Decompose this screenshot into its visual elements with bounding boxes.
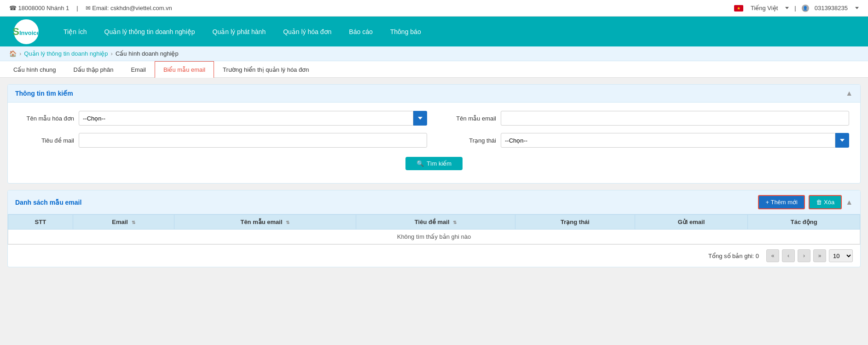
col-trang-thai: Trạng thái <box>515 215 635 230</box>
search-form-body: Tên mẫu hóa đơn --Chọn-- Tên mẫu email <box>8 103 860 183</box>
search-button[interactable]: 🔍 Tìm kiếm <box>405 157 463 170</box>
col-ten-mau-email: Tên mẫu email ⇅ <box>174 215 356 230</box>
trang-thai-label: Trạng thái <box>441 137 496 144</box>
breadcrumb-link-ttdn[interactable]: Quản lý thông tin doanh nghiệp <box>24 50 108 57</box>
nav-bar: SInvoice Tiện ích Quản lý thông tin doan… <box>0 17 868 46</box>
table-card-header: Danh sách mẫu email + Thêm mới 🗑 Xóa ▲ <box>8 190 860 214</box>
tab-truong-hien-thi[interactable]: Trường hiển thị quản lý hóa đơn <box>214 61 318 78</box>
table-header-actions: + Thêm mới 🗑 Xóa ▲ <box>758 195 853 209</box>
ten-mau-hoa-don-dropdown-btn[interactable] <box>413 111 427 126</box>
pagination-total: Tổng số bản ghi: 0 <box>708 253 759 259</box>
col-gui-email: Gửi email <box>635 215 748 230</box>
user-chevron-icon[interactable] <box>855 7 859 9</box>
email-template-table: STT Email ⇅ Tên mẫu email ⇅ Tiêu đề mail… <box>8 214 860 244</box>
ten-mau-email-input[interactable] <box>501 111 849 126</box>
nav-item-tien-ich[interactable]: Tiện ích <box>62 24 89 39</box>
search-icon: 🔍 <box>417 160 424 167</box>
search-btn-label: Tìm kiếm <box>427 160 451 167</box>
empty-message: Không tìm thấy bản ghi nào <box>8 230 860 244</box>
trang-thai-dropdown-btn[interactable] <box>835 133 849 148</box>
logo-s-letter: S <box>12 26 19 37</box>
xoa-button[interactable]: 🗑 Xóa <box>809 195 842 209</box>
tieu-de-mail-label: Tiêu đề mail <box>19 137 74 144</box>
table-card: Danh sách mẫu email + Thêm mới 🗑 Xóa ▲ S… <box>7 190 861 267</box>
col-tac-dong: Tác động <box>748 215 860 230</box>
tieu-de-mail-input[interactable] <box>79 133 427 148</box>
col-email: Email ⇅ <box>73 215 174 230</box>
language-label: Tiếng Việt <box>751 5 778 12</box>
ten-mau-sort-icon[interactable]: ⇅ <box>286 220 289 225</box>
form-group-tieu-de-mail: Tiêu đề mail <box>19 133 427 148</box>
nav-item-quan-ly-ph[interactable]: Quản lý phát hành <box>211 24 268 39</box>
breadcrumb: 🏠 › Quản lý thông tin doanh nghiệp › Cấu… <box>0 46 868 61</box>
pagination-prev-btn[interactable]: ‹ <box>782 249 795 262</box>
trang-thai-select[interactable]: --Chọn-- <box>501 133 835 148</box>
tab-dau-thap-phan[interactable]: Dấu thập phân <box>65 61 122 78</box>
tab-email[interactable]: Email <box>122 61 155 78</box>
table-body: Không tìm thấy bản ghi nào <box>8 230 860 244</box>
empty-row: Không tìm thấy bản ghi nào <box>8 230 860 244</box>
search-card-title: Thông tin tìm kiếm <box>15 90 73 97</box>
table-wrapper: STT Email ⇅ Tên mẫu email ⇅ Tiêu đề mail… <box>8 214 860 244</box>
pagination-next-btn[interactable]: › <box>798 249 810 262</box>
email-info: ✉ Email: cskhdn@viettel.com.vn <box>86 5 172 12</box>
tieu-de-sort-icon[interactable]: ⇅ <box>453 220 457 225</box>
ten-mau-hoa-don-select-wrap: --Chọn-- <box>79 111 427 126</box>
email-sort-icon[interactable]: ⇅ <box>132 220 135 225</box>
ten-mau-hoa-don-label: Tên mẫu hóa đơn <box>19 115 74 122</box>
pagination-last-btn[interactable]: » <box>813 249 826 262</box>
ten-mau-email-label: Tên mẫu email <box>441 115 496 122</box>
table-collapse-icon[interactable]: ▲ <box>845 198 853 207</box>
tab-bar: Cấu hình chung Dấu thập phân Email Biểu … <box>0 61 868 78</box>
form-group-ten-mau-hoa-don: Tên mẫu hóa đơn --Chọn-- <box>19 111 427 126</box>
pagination-row: Tổng số bản ghi: 0 « ‹ › » 10 20 50 100 <box>8 244 860 267</box>
table-title: Danh sách mẫu email <box>15 199 81 206</box>
breadcrumb-sep-1: › <box>19 50 21 57</box>
phone-info: ☎ 18008000 Nhánh 1 <box>9 5 69 12</box>
search-card: Thông tin tìm kiếm ▲ Tên mẫu hóa đơn --C… <box>7 84 861 184</box>
table-head: STT Email ⇅ Tên mẫu email ⇅ Tiêu đề mail… <box>8 215 860 230</box>
xoa-btn-label: Xóa <box>824 199 834 206</box>
collapse-icon[interactable]: ▲ <box>845 89 853 98</box>
top-bar: ☎ 18008000 Nhánh 1 | ✉ Email: cskhdn@vie… <box>0 0 868 17</box>
separator2: | <box>794 5 796 12</box>
user-phone: 0313938235 <box>815 5 848 12</box>
search-row-2: Tiêu đề mail Trạng thái --Chọn-- <box>19 133 849 148</box>
form-group-ten-mau-email: Tên mẫu email <box>441 111 849 126</box>
user-avatar-icon: 👤 <box>802 5 809 12</box>
form-group-trang-thai: Trạng thái --Chọn-- <box>441 133 849 148</box>
nav-item-quan-ly-ttdn[interactable]: Quản lý thông tin doanh nghiệp <box>103 24 197 39</box>
search-card-header: Thông tin tìm kiếm ▲ <box>8 85 860 103</box>
col-tieu-de-mail: Tiêu đề mail ⇅ <box>356 215 515 230</box>
top-bar-right: Tiếng Việt | 👤 0313938235 <box>734 5 859 12</box>
pagination-first-btn[interactable]: « <box>766 249 779 262</box>
dropdown-chevron-icon <box>418 117 422 120</box>
trang-thai-chevron-icon <box>840 139 845 142</box>
search-btn-row: 🔍 Tìm kiếm <box>19 155 849 175</box>
ten-mau-hoa-don-select[interactable]: --Chọn-- <box>79 111 413 126</box>
nav-item-thong-bao[interactable]: Thông báo <box>388 24 423 39</box>
nav-item-bao-cao[interactable]: Báo cáo <box>347 24 374 39</box>
trash-icon: 🗑 <box>816 199 822 206</box>
tab-cau-hinh-chung[interactable]: Cấu hình chung <box>5 61 65 78</box>
logo-image: SInvoice <box>12 26 40 38</box>
separator: | <box>76 5 78 12</box>
col-stt: STT <box>8 215 73 230</box>
them-moi-button[interactable]: + Thêm mới <box>758 195 805 209</box>
main-content: Thông tin tìm kiếm ▲ Tên mẫu hóa đơn --C… <box>0 78 868 280</box>
top-bar-left: ☎ 18008000 Nhánh 1 | ✉ Email: cskhdn@vie… <box>9 5 172 12</box>
table-header-row: STT Email ⇅ Tên mẫu email ⇅ Tiêu đề mail… <box>8 215 860 230</box>
breadcrumb-sep-2: › <box>111 50 113 57</box>
language-chevron-icon[interactable] <box>785 7 789 9</box>
logo[interactable]: SInvoice <box>14 19 39 44</box>
logo-invoice-text: Invoice <box>19 29 40 36</box>
flag-icon <box>734 5 743 12</box>
search-row-1: Tên mẫu hóa đơn --Chọn-- Tên mẫu email <box>19 111 849 126</box>
breadcrumb-current: Cấu hình doanh nghiệp <box>116 50 179 57</box>
home-icon[interactable]: 🏠 <box>9 50 17 57</box>
tab-bieu-mau-email[interactable]: Biểu mẫu email <box>155 61 214 78</box>
nav-item-quan-ly-hd[interactable]: Quản lý hóa đơn <box>281 24 333 39</box>
pagination-size-select[interactable]: 10 20 50 100 <box>829 249 853 262</box>
trang-thai-select-wrap: --Chọn-- <box>501 133 849 148</box>
